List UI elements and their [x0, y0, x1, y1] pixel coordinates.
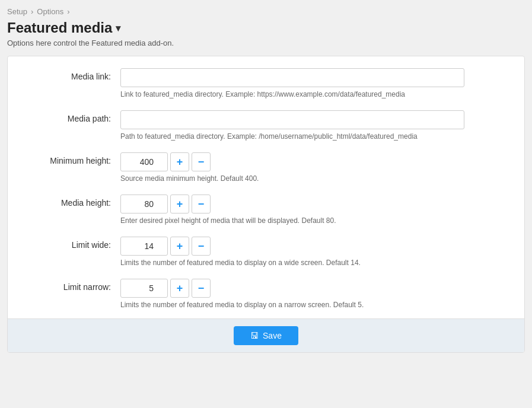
label-minimum-height: Minimum height:: [26, 152, 120, 165]
number-field-minimum-height: + −: [120, 152, 506, 171]
form-row-media-path: Media path: Path to featured_media direc…: [26, 110, 506, 141]
input-limit-narrow[interactable]: [120, 279, 168, 298]
label-limit-narrow: Limit narrow:: [26, 279, 120, 292]
hint-minimum-height: Source media minimum height. Default 400…: [120, 174, 506, 183]
number-field-media-height: + −: [120, 195, 506, 213]
field-limit-wide: + − Limits the number of featured media …: [120, 237, 506, 267]
title-dropdown-arrow[interactable]: ▾: [116, 23, 120, 34]
field-media-path: Path to featured_media directory. Exampl…: [120, 110, 506, 141]
input-minimum-height[interactable]: [120, 152, 168, 171]
increment-media-height[interactable]: +: [170, 195, 189, 213]
save-button[interactable]: 🖫 Save: [234, 326, 298, 345]
save-icon: 🖫: [250, 331, 259, 340]
page-title: Featured media ▾: [7, 20, 525, 36]
number-field-limit-narrow: + −: [120, 279, 506, 298]
hint-media-path: Path to featured_media directory. Exampl…: [120, 132, 506, 141]
decrement-limit-wide[interactable]: −: [192, 237, 211, 256]
hint-limit-wide: Limits the number of featured media to d…: [120, 259, 506, 267]
input-media-height[interactable]: [120, 195, 168, 213]
form-section: Media link: Link to featured_media direc…: [8, 56, 524, 318]
decrement-minimum-height[interactable]: −: [192, 152, 211, 171]
decrement-media-height[interactable]: −: [192, 195, 211, 213]
form-row-limit-wide: Limit wide: + − Limits the number of fea…: [26, 237, 506, 267]
panel-footer: 🖫 Save: [8, 318, 524, 352]
form-row-media-link: Media link: Link to featured_media direc…: [26, 68, 506, 98]
number-field-limit-wide: + −: [120, 237, 506, 256]
form-row-minimum-height: Minimum height: + − Source media minimum…: [26, 152, 506, 183]
page-title-text: Featured media: [7, 20, 112, 36]
label-media-link: Media link:: [26, 68, 120, 81]
form-row-limit-narrow: Limit narrow: + − Limits the number of f…: [26, 279, 506, 309]
field-media-height: + − Enter desired pixel height of media …: [120, 195, 506, 225]
label-media-path: Media path:: [26, 110, 120, 123]
input-media-link[interactable]: [120, 68, 464, 87]
hint-media-link: Link to featured_media directory. Exampl…: [120, 90, 506, 98]
input-media-path[interactable]: [120, 110, 464, 129]
input-limit-wide[interactable]: [120, 237, 168, 256]
breadcrumb-sep1: ›: [31, 7, 33, 16]
page-subtitle: Options here control the Featured media …: [7, 39, 525, 47]
breadcrumb-options[interactable]: Options: [37, 7, 63, 16]
hint-media-height: Enter desired pixel height of media that…: [120, 216, 506, 225]
hint-limit-narrow: Limits the number of featured media to d…: [120, 301, 506, 309]
label-limit-wide: Limit wide:: [26, 237, 120, 250]
field-limit-narrow: + − Limits the number of featured media …: [120, 279, 506, 309]
breadcrumb-setup[interactable]: Setup: [7, 7, 27, 16]
breadcrumb-sep2: ›: [67, 7, 69, 16]
save-label: Save: [263, 331, 282, 340]
options-panel: Media link: Link to featured_media direc…: [7, 56, 525, 353]
field-minimum-height: + − Source media minimum height. Default…: [120, 152, 506, 183]
breadcrumb: Setup › Options ›: [7, 7, 525, 16]
field-media-link: Link to featured_media directory. Exampl…: [120, 68, 506, 98]
increment-limit-narrow[interactable]: +: [170, 279, 189, 298]
decrement-limit-narrow[interactable]: −: [192, 279, 211, 298]
form-row-media-height: Media height: + − Enter desired pixel he…: [26, 195, 506, 225]
increment-minimum-height[interactable]: +: [170, 152, 189, 171]
increment-limit-wide[interactable]: +: [170, 237, 189, 256]
label-media-height: Media height:: [26, 195, 120, 208]
